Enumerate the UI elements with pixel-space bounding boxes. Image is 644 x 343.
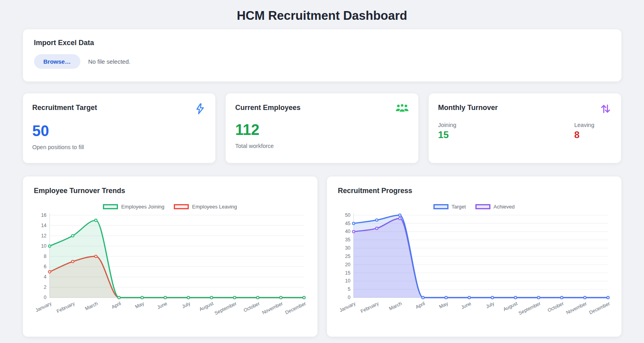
file-status-text: No file selected.	[88, 58, 131, 65]
recruitment-target-title: Recruitment Target	[32, 104, 97, 112]
current-employees-title: Current Employees	[235, 104, 300, 112]
legend-label: Target	[452, 204, 466, 210]
legend-swatch	[103, 204, 118, 209]
svg-text:10: 10	[345, 278, 350, 284]
recruitment-target-caption: Open positions to fill	[32, 144, 206, 150]
charts-row: Employee Turnover Trends Employees Joini…	[23, 176, 621, 337]
turnover-values-row: Joining 15 Leaving 8	[438, 122, 612, 140]
svg-text:August: August	[198, 301, 215, 313]
svg-text:30: 30	[345, 245, 350, 251]
monthly-turnover-title: Monthly Turnover	[438, 104, 498, 112]
svg-text:August: August	[502, 301, 519, 313]
turnover-chart-legend: Employees JoiningEmployees Leaving	[34, 204, 306, 210]
svg-text:April: April	[414, 301, 426, 310]
turnover-chart-title: Employee Turnover Trends	[34, 187, 306, 195]
svg-text:2: 2	[44, 284, 46, 290]
file-input: Browse… No file selected.	[34, 54, 610, 69]
employee-turnover-trends-card: Employee Turnover Trends Employees Joini…	[23, 176, 317, 337]
svg-text:6: 6	[44, 264, 46, 269]
svg-text:4: 4	[44, 274, 46, 280]
stats-row: Recruitment Target 50 Open positions to …	[23, 93, 621, 163]
svg-text:July: July	[181, 301, 192, 310]
svg-text:March: March	[388, 301, 403, 312]
svg-text:November: November	[261, 301, 283, 315]
svg-text:November: November	[565, 301, 587, 315]
turnover-chart-canvas[interactable]: 0246810121416JanuaryFebruaryMarchAprilMa…	[34, 211, 306, 325]
legend-item[interactable]: Employees Joining	[103, 204, 164, 210]
svg-text:25: 25	[345, 254, 350, 259]
svg-text:10: 10	[41, 243, 46, 249]
progress-chart-legend: TargetAchieved	[338, 204, 610, 210]
leaving-value: 8	[574, 130, 595, 140]
svg-text:October: October	[547, 301, 564, 313]
svg-text:December: December	[284, 301, 306, 315]
svg-text:December: December	[588, 301, 610, 315]
svg-text:5: 5	[348, 286, 350, 292]
svg-text:June: June	[156, 301, 168, 310]
monthly-turnover-card: Monthly Turnover Joining 15 Leaving 8	[429, 93, 621, 163]
browse-button[interactable]: Browse…	[34, 54, 80, 69]
legend-item[interactable]: Target	[433, 204, 466, 210]
svg-text:45: 45	[345, 221, 350, 226]
legend-item[interactable]: Employees Leaving	[174, 204, 237, 210]
arrow-up-down-icon	[600, 103, 612, 116]
svg-text:May: May	[134, 301, 145, 310]
svg-text:January: January	[338, 301, 357, 313]
svg-text:15: 15	[345, 270, 350, 276]
recruitment-target-value: 50	[32, 123, 206, 138]
svg-text:January: January	[34, 301, 53, 313]
svg-text:February: February	[55, 301, 76, 314]
svg-text:12: 12	[41, 233, 46, 239]
svg-text:8: 8	[44, 254, 46, 259]
legend-label: Employees Joining	[121, 204, 164, 210]
current-employees-card: Current Employees 112 Total workforce	[226, 93, 418, 163]
svg-text:June: June	[460, 301, 472, 310]
svg-text:April: April	[110, 301, 122, 310]
svg-text:July: July	[485, 301, 496, 310]
progress-chart-canvas[interactable]: 05101520253035404550JanuaryFebruaryMarch…	[338, 211, 610, 325]
chart-plot[interactable]: 05101520253035404550JanuaryFebruaryMarch…	[338, 211, 610, 325]
leaving-label: Leaving	[574, 122, 595, 128]
joining-value: 15	[438, 130, 456, 140]
svg-text:14: 14	[41, 223, 46, 228]
svg-text:February: February	[359, 301, 380, 314]
recruitment-progress-card: Recruitment Progress TargetAchieved 0510…	[327, 176, 621, 337]
chart-plot[interactable]: 0246810121416JanuaryFebruaryMarchAprilMa…	[34, 211, 306, 325]
joining-label: Joining	[438, 122, 456, 128]
import-card-title: Import Excel Data	[34, 39, 610, 47]
legend-swatch	[475, 204, 490, 209]
current-employees-caption: Total workforce	[235, 143, 409, 149]
svg-text:September: September	[517, 301, 541, 316]
current-employees-value: 112	[235, 122, 409, 137]
leaving-column: Leaving 8	[574, 122, 595, 140]
import-excel-card: Import Excel Data Browse… No file select…	[23, 29, 621, 81]
page-title: HCM Recruitment Dashboard	[23, 9, 621, 23]
svg-text:March: March	[84, 301, 99, 312]
joining-column: Joining 15	[438, 122, 456, 140]
dashboard-container: HCM Recruitment Dashboard Import Excel D…	[23, 9, 621, 343]
legend-item[interactable]: Achieved	[475, 204, 515, 210]
legend-swatch	[174, 204, 189, 209]
svg-text:35: 35	[345, 237, 350, 243]
svg-text:20: 20	[345, 262, 350, 267]
people-group-icon	[395, 103, 409, 115]
legend-label: Achieved	[494, 204, 515, 210]
svg-text:0: 0	[348, 295, 350, 300]
svg-text:0: 0	[44, 295, 46, 300]
legend-label: Employees Leaving	[192, 204, 237, 210]
progress-chart-title: Recruitment Progress	[338, 187, 610, 195]
svg-text:16: 16	[41, 212, 46, 218]
svg-text:50: 50	[345, 212, 350, 218]
svg-text:40: 40	[345, 229, 350, 234]
legend-swatch	[433, 204, 448, 209]
svg-text:May: May	[438, 301, 449, 310]
svg-text:October: October	[243, 301, 260, 313]
svg-text:September: September	[213, 301, 237, 316]
lightning-bolt-icon	[194, 103, 206, 116]
recruitment-target-card: Recruitment Target 50 Open positions to …	[23, 93, 216, 163]
